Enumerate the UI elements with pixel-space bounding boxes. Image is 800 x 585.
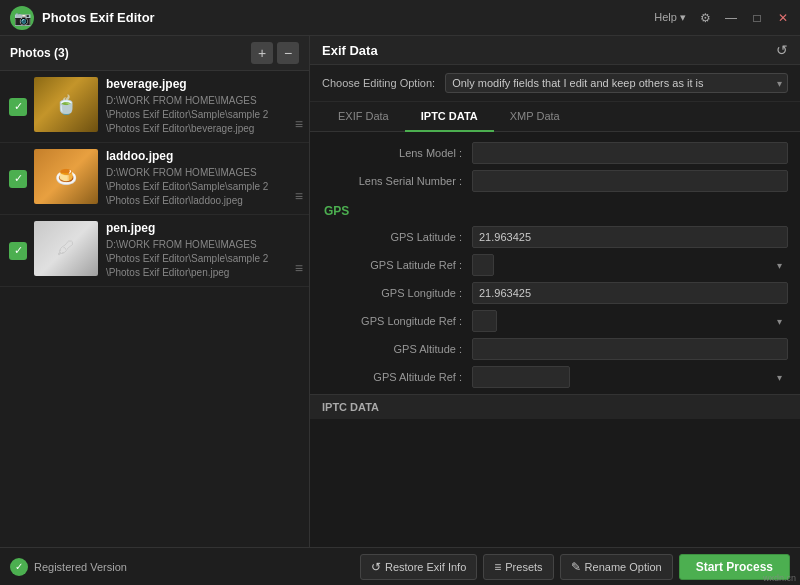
gps-altitude-ref-select[interactable]: Above Sea Level Below Sea Level — [472, 366, 570, 388]
photo-thumbnail-1: 🍵 — [34, 77, 98, 132]
gps-longitude-row: GPS Longitude : — [322, 282, 788, 304]
check-icon-3: ✓ — [9, 242, 27, 260]
thumb-icon-1: 🍵 — [34, 77, 98, 132]
list-item[interactable]: ✓ 🍮 laddoo.jpeg D:\WORK FROM HOME\IMAGES… — [0, 143, 309, 215]
list-item[interactable]: ✓ 🍵 beverage.jpeg D:\WORK FROM HOME\IMAG… — [0, 71, 309, 143]
rename-label: Rename Option — [585, 561, 662, 573]
exif-data-title: Exif Data — [322, 43, 378, 58]
editing-option-label: Choose Editing Option: — [322, 77, 435, 89]
left-panel-header: Photos (3) + − — [0, 36, 309, 71]
gps-altitude-ref-select-wrapper: Above Sea Level Below Sea Level — [472, 366, 788, 388]
gps-altitude-label: GPS Altitude : — [322, 343, 472, 355]
lens-model-input[interactable] — [472, 142, 788, 164]
remove-photo-button[interactable]: − — [277, 42, 299, 64]
photo-checkbox-2[interactable]: ✓ — [8, 149, 28, 208]
editing-option-row: Choose Editing Option: Only modify field… — [310, 65, 800, 102]
gps-altitude-input[interactable] — [472, 338, 788, 360]
thumb-icon-3: 🖊 — [34, 221, 98, 276]
gps-latitude-label: GPS Latitude : — [322, 231, 472, 243]
photo-name-3: pen.jpeg — [106, 221, 295, 235]
presets-button[interactable]: ≡ Presets — [483, 554, 553, 580]
rename-icon: ✎ — [571, 560, 581, 574]
photo-checkbox-3[interactable]: ✓ — [8, 221, 28, 280]
lens-model-label: Lens Model : — [322, 147, 472, 159]
status-area: ✓ Registered Version — [10, 558, 320, 576]
gps-altitude-ref-row: GPS Altitude Ref : Above Sea Level Below… — [322, 366, 788, 388]
gps-latitude-row: GPS Latitude : — [322, 226, 788, 248]
photo-name-1: beverage.jpeg — [106, 77, 295, 91]
title-bar: 📷 Photos Exif Editor Help ▾ ⚙ — □ ✕ — [0, 0, 800, 36]
right-panel-header: Exif Data ↺ — [310, 36, 800, 65]
editing-option-select[interactable]: Only modify fields that I edit and keep … — [445, 73, 788, 93]
photo-thumbnail-3: 🖊 — [34, 221, 98, 276]
gps-latitude-ref-label: GPS Latitude Ref : — [322, 259, 472, 271]
thumb-icon-2: 🍮 — [34, 149, 98, 204]
editing-option-select-wrapper: Only modify fields that I edit and keep … — [445, 73, 788, 93]
tab-iptc-data[interactable]: IPTC DATA — [405, 102, 494, 132]
gps-longitude-ref-select-wrapper: E W — [472, 310, 788, 332]
restore-exif-button[interactable]: ↺ Restore Exif Info — [360, 554, 477, 580]
check-icon-1: ✓ — [9, 98, 27, 116]
maximize-button[interactable]: □ — [750, 11, 764, 25]
gps-latitude-ref-select[interactable]: N S — [472, 254, 494, 276]
gps-longitude-ref-label: GPS Longitude Ref : — [322, 315, 472, 327]
tab-exif-data[interactable]: EXIF Data — [322, 102, 405, 132]
photo-menu-1[interactable]: ≡ — [295, 77, 303, 136]
photo-path-3: D:\WORK FROM HOME\IMAGES\Photos Exif Edi… — [106, 238, 295, 280]
gps-longitude-ref-select[interactable]: E W — [472, 310, 497, 332]
presets-icon: ≡ — [494, 560, 501, 574]
lens-serial-input[interactable] — [472, 170, 788, 192]
section-footer: IPTC DATA — [310, 394, 800, 419]
minimize-button[interactable]: — — [724, 11, 738, 25]
gps-longitude-label: GPS Longitude : — [322, 287, 472, 299]
photo-list-buttons: + − — [251, 42, 299, 64]
settings-button[interactable]: ⚙ — [698, 11, 712, 25]
gps-latitude-ref-select-wrapper: N S — [472, 254, 788, 276]
photo-menu-3[interactable]: ≡ — [295, 221, 303, 280]
bottom-actions: ↺ Restore Exif Info ≡ Presets ✎ Rename O… — [320, 554, 790, 580]
main-layout: Photos (3) + − ✓ 🍵 beverage.jpeg D:\WORK… — [0, 36, 800, 547]
logo-icon: 📷 — [14, 10, 31, 26]
gps-altitude-ref-label: GPS Altitude Ref : — [322, 371, 472, 383]
photo-info-2: laddoo.jpeg D:\WORK FROM HOME\IMAGES\Pho… — [106, 149, 295, 208]
list-item[interactable]: ✓ 🖊 pen.jpeg D:\WORK FROM HOME\IMAGES\Ph… — [0, 215, 309, 287]
lens-serial-row: Lens Serial Number : — [322, 170, 788, 192]
left-panel: Photos (3) + − ✓ 🍵 beverage.jpeg D:\WORK… — [0, 36, 310, 547]
right-panel: Exif Data ↺ Choose Editing Option: Only … — [310, 36, 800, 547]
photo-path-1: D:\WORK FROM HOME\IMAGES\Photos Exif Edi… — [106, 94, 295, 136]
gps-section-title: GPS — [322, 204, 788, 218]
photo-thumbnail-2: 🍮 — [34, 149, 98, 204]
photo-info-1: beverage.jpeg D:\WORK FROM HOME\IMAGES\P… — [106, 77, 295, 136]
add-photo-button[interactable]: + — [251, 42, 273, 64]
gps-altitude-row: GPS Altitude : — [322, 338, 788, 360]
tabs-row: EXIF Data IPTC DATA XMP Data — [310, 102, 800, 132]
form-content: Lens Model : Lens Serial Number : GPS GP… — [310, 132, 800, 547]
window-controls: Help ▾ ⚙ — □ ✕ — [654, 11, 790, 25]
status-text: Registered Version — [34, 561, 127, 573]
photo-checkbox-1[interactable]: ✓ — [8, 77, 28, 136]
lens-serial-label: Lens Serial Number : — [322, 175, 472, 187]
photo-path-2: D:\WORK FROM HOME\IMAGES\Photos Exif Edi… — [106, 166, 295, 208]
bottom-bar: ✓ Registered Version ↺ Restore Exif Info… — [0, 547, 800, 585]
photos-count-label: Photos (3) — [10, 46, 69, 60]
app-logo: 📷 — [10, 6, 34, 30]
help-menu[interactable]: Help ▾ — [654, 11, 686, 24]
gps-latitude-input[interactable] — [472, 226, 788, 248]
gps-latitude-ref-row: GPS Latitude Ref : N S — [322, 254, 788, 276]
gps-longitude-input[interactable] — [472, 282, 788, 304]
app-title: Photos Exif Editor — [42, 10, 654, 25]
close-button[interactable]: ✕ — [776, 11, 790, 25]
check-icon-2: ✓ — [9, 170, 27, 188]
presets-label: Presets — [505, 561, 542, 573]
tab-xmp-data[interactable]: XMP Data — [494, 102, 576, 132]
restore-label: Restore Exif Info — [385, 561, 466, 573]
restore-icon: ↺ — [371, 560, 381, 574]
photo-menu-2[interactable]: ≡ — [295, 149, 303, 208]
photo-info-3: pen.jpeg D:\WORK FROM HOME\IMAGES\Photos… — [106, 221, 295, 280]
lens-model-row: Lens Model : — [322, 142, 788, 164]
rename-option-button[interactable]: ✎ Rename Option — [560, 554, 673, 580]
watermark: wxdn.cn — [763, 573, 796, 583]
refresh-button[interactable]: ↺ — [776, 42, 788, 58]
status-check-icon: ✓ — [10, 558, 28, 576]
photo-name-2: laddoo.jpeg — [106, 149, 295, 163]
